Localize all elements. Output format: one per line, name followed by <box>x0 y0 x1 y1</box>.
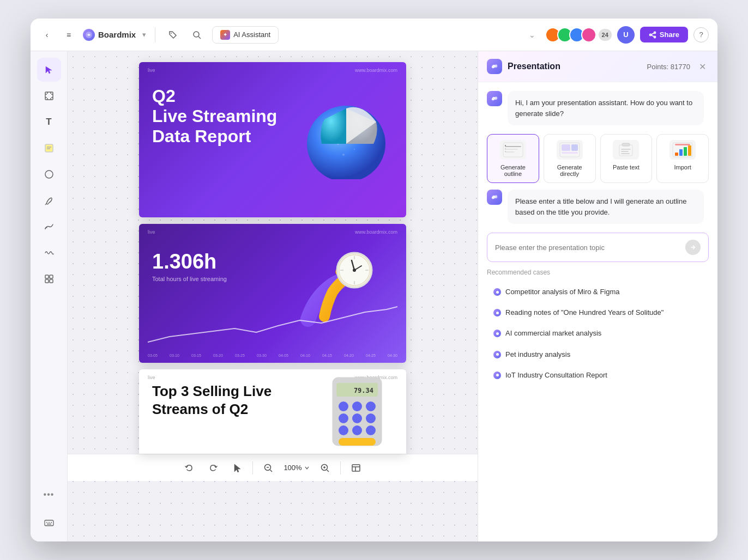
ai-assistant-button[interactable]: ✦ AI Assistant <box>212 26 279 44</box>
divider <box>155 27 155 42</box>
svg-rect-26 <box>50 279 53 283</box>
date-03-10: 03-10 <box>170 354 179 357</box>
rec-text-4: IoT Industry Consultation Report <box>505 370 607 380</box>
svg-point-49 <box>353 269 356 272</box>
intro-message: Hi, I am your presentation assistant. Ho… <box>515 99 692 118</box>
svg-rect-93 <box>688 145 691 156</box>
option-paste-text[interactable]: Paste text <box>600 134 653 183</box>
more-icon: ••• <box>44 490 55 500</box>
svg-rect-23 <box>45 275 49 278</box>
date-04-15: 04-15 <box>322 354 332 357</box>
help-button[interactable]: ? <box>693 27 709 42</box>
rec-item-4[interactable]: IoT Industry Consultation Report <box>487 365 709 386</box>
rec-dot-0 <box>493 288 501 296</box>
svg-point-37 <box>354 149 355 150</box>
panel-close-button[interactable]: ✕ <box>696 60 709 73</box>
svg-rect-9 <box>45 92 53 100</box>
svg-rect-82 <box>562 152 578 154</box>
panel-title: Presentation <box>508 62 641 71</box>
pointer-button[interactable] <box>228 459 246 477</box>
panel-body[interactable]: Hi, I am your presentation assistant. Ho… <box>478 82 717 541</box>
directly-label: Generate directly <box>548 164 591 177</box>
view-button[interactable] <box>347 459 365 477</box>
boardmix-logo[interactable]: Boardmix <box>83 29 136 41</box>
date-03-15: 03-15 <box>191 354 201 357</box>
import-label: Import <box>674 164 691 171</box>
canvas-area: live www.boardmix.com Q2 Live Streaming … <box>68 51 478 541</box>
select-tool[interactable] <box>37 58 61 82</box>
draw-tool[interactable] <box>37 215 61 239</box>
paste-icon <box>613 140 639 160</box>
app-window: ‹ ≡ Boardmix ▾ ✦ <box>31 19 717 541</box>
svg-point-5 <box>649 34 651 35</box>
import-icon <box>669 140 696 160</box>
close-icon: ✕ <box>699 62 706 72</box>
svg-point-6 <box>654 36 655 38</box>
rec-item-2[interactable]: AI commercial market analysis <box>487 323 709 344</box>
outline-icon <box>500 140 526 160</box>
expand-button[interactable]: ⌄ <box>524 27 540 42</box>
zoom-in-button[interactable] <box>316 459 334 477</box>
rec-item-3[interactable]: Pet industry analysis <box>487 344 709 365</box>
shape-tool[interactable] <box>37 162 61 186</box>
svg-rect-94 <box>675 144 690 145</box>
sticky-tool[interactable] <box>37 136 61 160</box>
topic-input-container <box>487 233 709 262</box>
frame-tool[interactable] <box>37 84 61 108</box>
svg-rect-62 <box>339 438 376 446</box>
submit-button[interactable] <box>685 240 701 255</box>
rec-dot-2 <box>493 330 501 337</box>
redo-button[interactable] <box>204 459 222 477</box>
template-tool[interactable] <box>37 267 61 291</box>
svg-rect-83 <box>571 144 578 151</box>
option-generate-outline[interactable]: Generate outline <box>487 134 539 183</box>
svg-line-65 <box>270 470 273 472</box>
more-options[interactable]: ••• <box>37 483 61 507</box>
svg-point-58 <box>366 413 376 423</box>
share-button[interactable]: Share <box>640 27 688 42</box>
text-tool[interactable]: T <box>37 110 61 134</box>
date-04-30: 04-30 <box>388 354 397 357</box>
back-button[interactable]: ‹ <box>39 27 55 42</box>
chat-bubble-1: Hi, I am your presentation assistant. Ho… <box>508 91 704 125</box>
svg-line-8 <box>651 35 654 36</box>
undo-button[interactable] <box>180 459 198 477</box>
chat-avatar-2 <box>487 190 502 205</box>
keyboard-shortcut[interactable] <box>37 511 61 535</box>
option-import[interactable]: Import <box>656 134 709 183</box>
svg-rect-90 <box>675 153 678 156</box>
help-icon: ? <box>699 31 703 39</box>
menu-button[interactable]: ≡ <box>61 27 76 42</box>
chat-message-2: Please enter a title below and I will ge… <box>487 190 709 224</box>
option-generate-directly[interactable]: Generate directly <box>544 134 596 183</box>
svg-point-38 <box>342 154 345 156</box>
boardmix-logo-icon <box>83 29 95 41</box>
chat-avatar <box>487 91 502 106</box>
rec-item-0[interactable]: Competitor analysis of Miro & Figma <box>487 282 709 302</box>
search-button[interactable] <box>188 26 206 44</box>
left-toolbar: T <box>31 51 68 541</box>
pen-tool[interactable] <box>37 188 61 212</box>
rec-item-1[interactable]: Reading notes of "One Hundred Years of S… <box>487 302 709 323</box>
panel-header: Presentation Points: 81770 ✕ <box>478 51 717 82</box>
recommended-label: Recommended cases <box>487 269 709 276</box>
bottom-toolbar: 100% <box>68 454 478 481</box>
slide-1-url: www.boardmix.com <box>355 68 397 73</box>
wave-tool[interactable] <box>37 241 61 265</box>
zoom-control[interactable]: 100% <box>283 464 309 472</box>
topic-input[interactable] <box>495 244 685 252</box>
svg-rect-24 <box>50 275 53 278</box>
rec-text-0: Competitor analysis of Miro & Figma <box>505 287 620 297</box>
dropdown-arrow: ▾ <box>142 31 146 39</box>
divider-2 <box>340 461 341 474</box>
zoom-out-button[interactable] <box>260 459 277 477</box>
svg-rect-79 <box>505 151 506 152</box>
calc-display-text: 79.34 <box>354 387 373 394</box>
tag-button[interactable] <box>164 26 182 44</box>
svg-line-3 <box>198 36 201 39</box>
svg-line-69 <box>327 470 329 472</box>
chat-message-1: Hi, I am your presentation assistant. Ho… <box>487 91 709 125</box>
rec-dot-3 <box>493 351 501 358</box>
option-cards: Generate outline Generate dire <box>487 134 709 183</box>
svg-rect-81 <box>562 144 570 151</box>
